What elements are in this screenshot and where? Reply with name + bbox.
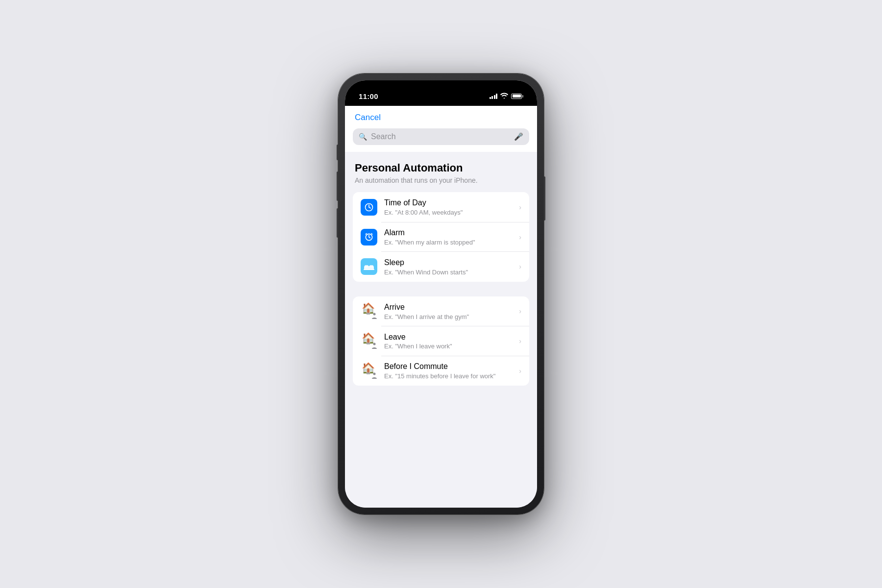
arrive-title: Arrive [384, 302, 512, 313]
search-placeholder[interactable]: Search [371, 132, 510, 141]
volume-down-button [337, 208, 338, 238]
arrive-icon-container: 🏠 [361, 303, 377, 319]
leave-icon-container: 🏠 [361, 333, 377, 349]
leave-text: Leave Ex. "When I leave work" [384, 332, 512, 350]
section-title: Personal Automation [355, 162, 527, 174]
chevron-icon: › [519, 367, 521, 375]
microphone-icon[interactable]: 🎤 [514, 132, 523, 141]
commute-icon-container: 🏠 [361, 363, 377, 379]
svg-line-2 [366, 233, 367, 234]
commute-text: Before I Commute Ex. "15 minutes before … [384, 362, 512, 380]
search-bar-container: 🔍 Search 🎤 [345, 128, 537, 152]
commute-subtitle: Ex. "15 minutes before I leave for work" [384, 372, 512, 380]
search-icon: 🔍 [359, 133, 367, 141]
signal-icon [490, 94, 498, 99]
chevron-icon: › [519, 263, 521, 270]
dynamic-island [434, 85, 448, 90]
svg-point-10 [373, 372, 376, 375]
chevron-icon: › [519, 337, 521, 345]
sleep-subtitle: Ex. "When Wind Down starts" [384, 269, 512, 276]
status-time: 11:00 [359, 92, 378, 100]
time-of-day-icon [361, 199, 377, 216]
chevron-icon: › [519, 203, 521, 211]
phone-device: 11:00 [338, 74, 544, 514]
section-subtitle: An automation that runs on your iPhone. [355, 176, 527, 184]
list-item-time-of-day[interactable]: Time of Day Ex. "At 8:00 AM, weekdays" › [353, 192, 529, 222]
commute-person-icon [371, 372, 377, 379]
phone-screen: 11:00 [345, 80, 537, 508]
sleep-title: Sleep [384, 258, 512, 268]
volume-up-button [337, 172, 338, 201]
alarm-title: Alarm [384, 228, 512, 238]
status-bar: 11:00 [345, 80, 537, 106]
list-item-arrive[interactable]: 🏠 Arrive Ex. "When I arrive at the gym" … [353, 296, 529, 326]
status-icons [490, 93, 524, 99]
leave-person-icon [371, 343, 377, 349]
battery-icon [511, 94, 523, 99]
arrive-text: Arrive Ex. "When I arrive at the gym" [384, 302, 512, 320]
leave-title: Leave [384, 332, 512, 343]
list-item-leave[interactable]: 🏠 Leave Ex. "When I leave work" › [353, 326, 529, 356]
time-of-day-text: Time of Day Ex. "At 8:00 AM, weekdays" [384, 198, 512, 216]
sleep-text: Sleep Ex. "When Wind Down starts" [384, 258, 512, 276]
list-item-alarm[interactable]: Alarm Ex. "When my alarm is stopped" › [353, 222, 529, 252]
svg-rect-6 [369, 265, 373, 268]
time-of-day-subtitle: Ex. "At 8:00 AM, weekdays" [384, 209, 512, 216]
commute-title: Before I Commute [384, 362, 512, 372]
content-area: Cancel 🔍 Search 🎤 Personal Automation An… [345, 106, 537, 508]
cancel-button[interactable]: Cancel [355, 113, 381, 122]
svg-point-9 [373, 343, 376, 345]
section-header: Personal Automation An automation that r… [345, 152, 537, 187]
alarm-text: Alarm Ex. "When my alarm is stopped" [384, 228, 512, 246]
group-spacer [345, 282, 537, 292]
wifi-icon [500, 93, 508, 99]
alarm-subtitle: Ex. "When my alarm is stopped" [384, 239, 512, 246]
svg-point-8 [373, 313, 376, 316]
svg-rect-5 [365, 265, 368, 268]
search-bar[interactable]: 🔍 Search 🎤 [353, 128, 529, 145]
arrive-person-icon [371, 313, 377, 319]
automation-group-1: Time of Day Ex. "At 8:00 AM, weekdays" › [353, 192, 529, 281]
power-button [544, 176, 545, 220]
arrive-subtitle: Ex. "When I arrive at the gym" [384, 313, 512, 320]
sleep-icon [361, 258, 377, 275]
leave-subtitle: Ex. "When I leave work" [384, 343, 512, 350]
time-of-day-title: Time of Day [384, 198, 512, 208]
list-item-sleep[interactable]: Sleep Ex. "When Wind Down starts" › [353, 252, 529, 282]
automation-group-2: 🏠 Arrive Ex. "When I arrive at the gym" … [353, 296, 529, 386]
mute-button [337, 145, 338, 160]
chevron-icon: › [519, 233, 521, 241]
list-item-before-i-commute[interactable]: 🏠 Before I Commute Ex. "15 minutes befor… [353, 356, 529, 386]
chevron-icon: › [519, 307, 521, 315]
svg-line-3 [371, 233, 372, 234]
alarm-icon [361, 229, 377, 245]
nav-bar: Cancel [345, 106, 537, 128]
